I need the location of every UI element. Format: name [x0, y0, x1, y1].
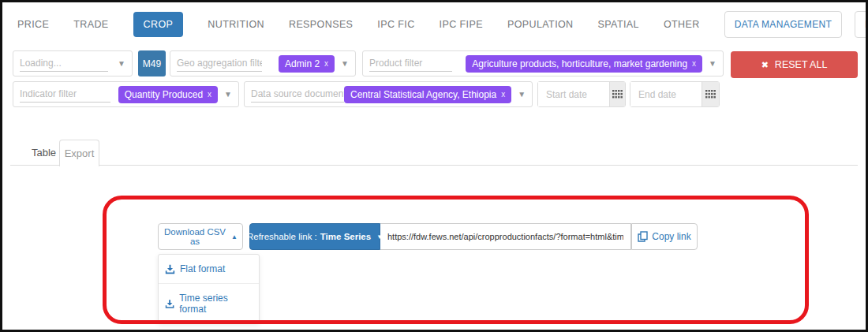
docs-button[interactable]: DOCS	[855, 11, 868, 38]
reset-all-button[interactable]: ✖ RESET ALL	[731, 51, 858, 78]
app-window: PRICE TRADE CROP NUTRITION RESPONSES IPC…	[0, 0, 868, 332]
nav-item-nutrition[interactable]: NUTRITION	[208, 19, 264, 30]
nav-item-population[interactable]: POPULATION	[507, 19, 574, 30]
tab-export[interactable]: Export	[59, 140, 99, 166]
product-filter-tag: Agriculture products, horticulture, mark…	[466, 55, 702, 73]
chevron-down-icon[interactable]: ▼	[709, 60, 716, 68]
nav-item-crop[interactable]: CROP	[133, 12, 184, 37]
refreshable-link-group: Refreshable link : Time Series ▼ Copy li…	[249, 223, 698, 250]
remove-tag-icon[interactable]: x	[501, 90, 505, 99]
chevron-down-icon[interactable]: ▼	[118, 60, 125, 68]
nav-item-trade[interactable]: TRADE	[73, 19, 108, 30]
copy-icon	[638, 231, 648, 242]
x-icon: ✖	[761, 60, 769, 70]
menu-item-time-series-format[interactable]: Time series format	[159, 283, 259, 323]
calendar-icon[interactable]	[609, 82, 625, 106]
download-csv-label: Download CSV as	[163, 227, 226, 246]
data-source-filter[interactable]: Central Statistical Agency, Ethiopia x ▼	[244, 81, 533, 107]
loading-select[interactable]: ▼	[13, 50, 133, 76]
refreshable-url-input[interactable]	[380, 223, 631, 250]
refreshable-link-dropdown[interactable]: Refreshable link : Time Series ▼	[249, 223, 380, 250]
nav-item-spatial[interactable]: SPATIAL	[598, 19, 639, 30]
calendar-icon[interactable]	[702, 82, 719, 106]
tag-label: Admin 2	[285, 58, 320, 69]
download-icon	[165, 299, 174, 309]
chevron-up-icon: ▲	[231, 233, 238, 241]
tag-label: Central Statistical Agency, Ethiopia	[350, 89, 496, 100]
product-filter-input[interactable]	[369, 56, 452, 72]
end-date-field	[630, 81, 720, 107]
filter-row-1: ▼ M49 Admin 2 x ▼ Agriculture products, …	[13, 50, 724, 76]
nav-item-ipc-fipe[interactable]: IPC FIPE	[440, 19, 483, 30]
remove-tag-icon[interactable]: x	[208, 90, 211, 99]
start-date-input[interactable]	[538, 82, 609, 106]
data-management-button[interactable]: DATA MANAGEMENT	[724, 11, 842, 38]
copy-link-button[interactable]: Copy link	[631, 223, 698, 250]
refreshable-link-value: Time Series	[320, 232, 371, 241]
tag-label: Quantity Produced	[125, 89, 203, 100]
export-controls: Download CSV as ▲ Refreshable link : Tim…	[158, 223, 698, 250]
filter-row-2: Quantity Produced x ▼ Central Statistica…	[13, 81, 720, 107]
m49-badge[interactable]: M49	[138, 50, 166, 76]
reset-all-label: RESET ALL	[775, 59, 827, 70]
copy-link-label: Copy link	[652, 231, 690, 242]
end-date-input[interactable]	[630, 82, 702, 106]
chevron-down-icon[interactable]: ▼	[224, 91, 232, 99]
menu-item-label: Time series format	[179, 293, 253, 315]
indicator-filter[interactable]: Quantity Produced x ▼	[13, 81, 239, 107]
indicator-filter-input[interactable]	[20, 87, 110, 103]
tab-table[interactable]: Table	[32, 147, 56, 159]
loading-select-input[interactable]	[20, 56, 108, 72]
remove-tag-icon[interactable]: x	[324, 59, 328, 68]
product-filter[interactable]: Agriculture products, horticulture, mark…	[362, 50, 724, 76]
nav-item-responses[interactable]: RESPONSES	[289, 19, 353, 30]
start-date-field	[537, 81, 626, 107]
geo-filter-input[interactable]	[177, 56, 262, 72]
tag-label: Agriculture products, horticulture, mark…	[472, 58, 687, 69]
data-source-input[interactable]	[251, 87, 344, 103]
chevron-down-icon[interactable]: ▼	[341, 60, 349, 68]
download-format-menu: Flat format Time series format	[158, 254, 260, 324]
nav-item-ipc-fic[interactable]: IPC FIC	[377, 19, 414, 30]
data-source-tag: Central Statistical Agency, Ethiopia x	[344, 86, 511, 103]
nav-item-price[interactable]: PRICE	[17, 19, 49, 30]
tab-divider	[10, 165, 858, 166]
geo-aggregation-filter[interactable]: Admin 2 x ▼	[170, 50, 356, 76]
nav-actions: DATA MANAGEMENT DOCS	[724, 11, 868, 38]
download-icon	[165, 264, 175, 274]
top-nav: PRICE TRADE CROP NUTRITION RESPONSES IPC…	[17, 10, 855, 39]
chevron-down-icon[interactable]: ▼	[518, 91, 526, 99]
menu-item-label: Flat format	[180, 263, 225, 274]
refreshable-link-label: Refreshable link :	[247, 232, 317, 241]
download-csv-button[interactable]: Download CSV as ▲	[158, 223, 243, 250]
geo-filter-tag: Admin 2 x	[279, 55, 335, 73]
indicator-filter-tag: Quantity Produced x	[118, 86, 218, 103]
remove-tag-icon[interactable]: x	[692, 59, 696, 68]
nav-item-other[interactable]: OTHER	[664, 19, 700, 30]
menu-item-flat-format[interactable]: Flat format	[159, 255, 259, 283]
